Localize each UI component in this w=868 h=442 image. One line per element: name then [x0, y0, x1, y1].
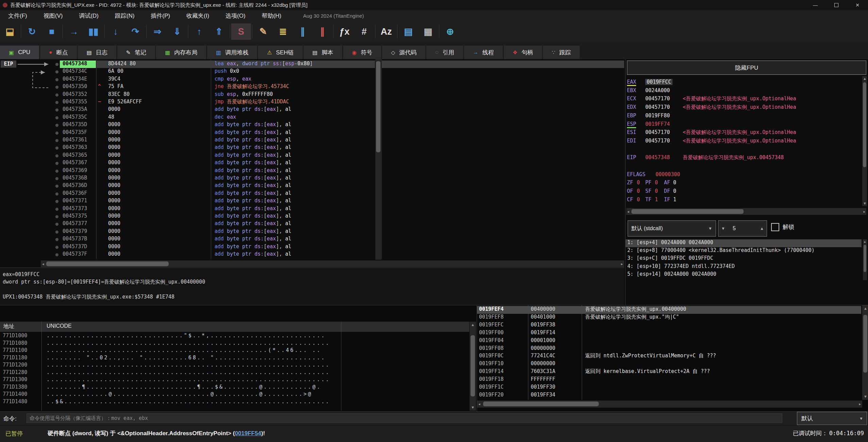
breakpoint-dot-icon[interactable] [55, 238, 58, 241]
breakpoint-dot-icon[interactable] [55, 185, 58, 188]
scroll-up-icon[interactable]: ▲ [863, 240, 866, 244]
dump-row[interactable]: 771D1480..$&............................… [0, 398, 469, 406]
toolbar-scylla-icon[interactable]: S [231, 23, 251, 40]
arg-count-stepper[interactable]: ▼ 5 ▲ [718, 220, 767, 237]
stack-row[interactable]: 0019FF147603C31A返回到 kernelbase.VirtualPr… [477, 368, 861, 376]
disasm-row[interactable]: 0045735A0000add byte ptr ds:[eax], al [0, 106, 624, 114]
register-row[interactable]: EDI00457170<吾爱破解论坛学习脱壳实例_upx.OptionalHea [626, 138, 862, 146]
args-vscrollbar[interactable]: ▲ [863, 239, 867, 280]
stack-row[interactable]: 0019FF18FFFFFFFF [477, 376, 861, 384]
breakpoint-dot-icon[interactable] [55, 124, 58, 127]
tab-call-stack[interactable]: ▥调用堆栈 [207, 46, 257, 59]
menu-item-debug[interactable]: 调试(D) [71, 10, 107, 21]
stack-arg-row[interactable]: 3: [esp+C] 0019FFDC 0019FFDC [626, 255, 862, 263]
disasm-row[interactable]: 004573610000add byte ptr ds:[eax], al [0, 137, 624, 144]
disasm-row[interactable]: 0045735F0000add byte ptr ds:[eax], al [0, 129, 624, 137]
disasm-row[interactable]: 004573750000add byte ptr ds:[eax], al [0, 213, 624, 220]
toolbar-internet-icon[interactable]: ⊕ [440, 23, 460, 40]
toolbar-memory-map-icon[interactable]: ▦ [418, 23, 438, 40]
toolbar-step-over-icon[interactable]: ↷ [125, 23, 145, 40]
scrollbar-thumb[interactable] [863, 82, 866, 167]
breakpoint-dot-icon[interactable] [55, 231, 58, 234]
stack-row[interactable]: 0019FF0800000000 [477, 345, 861, 353]
scrollbar-thumb[interactable] [631, 209, 744, 214]
disasm-row[interactable]: 0045737B0000add byte ptr ds:[eax], al [0, 236, 624, 243]
command-profile-select[interactable]: 默认 ▼ [797, 412, 867, 425]
stack-row[interactable]: 0019FF0C77241C4C返回到 ntdll.ZwProtectVirtu… [477, 353, 861, 360]
hide-fpu-button[interactable]: 隐藏FPU [627, 61, 866, 75]
register-row[interactable]: EBP0019FF80 [626, 113, 862, 121]
breakpoint-dot-icon[interactable] [55, 177, 58, 180]
breakpoint-dot-icon[interactable] [55, 246, 58, 249]
toolbar-trace-coverage-icon[interactable]: ∥ [312, 23, 332, 40]
toolbar-run-to-user-code-icon[interactable]: ⇑ [209, 23, 229, 40]
breakpoint-dot-icon[interactable] [55, 192, 58, 196]
disasm-row[interactable]: 0045735283EC 80sub esp, 0xFFFFFF80 [0, 91, 624, 99]
tab-breakpoints[interactable]: ●断点 [40, 46, 77, 59]
disasm-row[interactable]: 004573488D4424 80lea eax, dword ptr ss:[… [0, 61, 624, 68]
stack-row[interactable]: 0019FEF400400000吾爱破解论坛学习脱壳实例_upx.0040000… [477, 306, 861, 314]
breakpoint-dot-icon[interactable] [55, 78, 58, 81]
stack-arg-row[interactable]: 2: [esp+8] 77000400 <kernel32.BaseThread… [626, 247, 862, 255]
close-button[interactable]: ✕ [847, 0, 868, 10]
toolbar-functions-icon[interactable]: ƒx [335, 23, 354, 40]
tab-references[interactable]: ◌引用 [426, 46, 463, 59]
register-row[interactable]: EFLAGS00000300 [626, 171, 862, 180]
stack-row[interactable]: 0019FEF800401000吾爱破解论坛学习脱壳实例_upx."均|C" [477, 314, 861, 322]
scrollbar-thumb[interactable] [46, 261, 169, 266]
stack-vscrollbar[interactable]: ▲ ▼ [862, 305, 868, 400]
tab-cpu[interactable]: ▣CPU [0, 46, 39, 59]
scroll-right-icon[interactable]: ▸ [859, 402, 861, 406]
scroll-down-icon[interactable]: ▼ [471, 406, 475, 409]
tab-threads[interactable]: →线程 [464, 46, 503, 59]
disasm-row[interactable]: 0045737D0000add byte ptr ds:[eax], al [0, 243, 624, 251]
breakpoint-dot-icon[interactable] [55, 101, 58, 104]
scroll-left-icon[interactable]: ◂ [478, 402, 480, 406]
register-row[interactable]: ECX00457170<吾爱破解论坛学习脱壳实例_upx.OptionalHea [626, 96, 862, 104]
scroll-up-icon[interactable]: ▲ [863, 77, 867, 81]
toolbar-favourites-notes-icon[interactable]: ≣ [273, 23, 293, 40]
calling-convention-select[interactable]: 默认 (stdcall) ▼ [628, 220, 716, 237]
disasm-vscrollbar[interactable] [375, 59, 381, 260]
breakpoint-dot-icon[interactable] [55, 215, 58, 218]
tab-handles[interactable]: ❖句柄 [504, 46, 542, 59]
breakpoint-dot-icon[interactable] [55, 86, 58, 89]
stack-row[interactable]: 0019FEFC0019FF38 [477, 322, 861, 329]
scrollbar-thumb[interactable] [376, 61, 380, 152]
menu-item-options[interactable]: 选项(O) [217, 10, 254, 21]
status-address-link[interactable]: 0019FF54 [235, 430, 261, 437]
menu-item-plugins[interactable]: 插件(P) [143, 10, 178, 21]
disasm-row[interactable]: 00457350^75 FAjne 吾爱破解论坛学习.45734C [0, 83, 624, 91]
breakpoint-dot-icon[interactable] [55, 147, 58, 150]
disasm-row[interactable]: 00457355−E9 526AFCFFjmp 吾爱破解论坛学习.41DDAC [0, 99, 624, 106]
toolbar-stop-icon[interactable]: ■ [42, 23, 62, 40]
disasm-row[interactable]: 004573790000add byte ptr ds:[eax], al [0, 228, 624, 236]
dump-row[interactable]: 771D1080................................… [0, 340, 469, 347]
tab-trace[interactable]: ∵跟踪 [543, 46, 580, 59]
disasm-row[interactable]: 0045735D0000add byte ptr ds:[eax], al [0, 121, 624, 129]
disasm-row[interactable]: 004573770000add byte ptr ds:[eax], al [0, 220, 624, 228]
toolbar-open-file-icon[interactable]: ⬓ [0, 23, 20, 40]
register-row[interactable]: EBX0024A000 [626, 87, 862, 96]
breakpoint-dot-icon[interactable] [55, 139, 58, 142]
dump-row[interactable]: 771D1380........¶.......................… [0, 384, 469, 391]
dump-row[interactable]: 771D1400..............@.................… [0, 391, 469, 398]
dump-vscrollbar[interactable]: ▲ ▼ [470, 322, 476, 411]
flags-row[interactable]: CF0TF1IF1 [626, 197, 862, 205]
toolbar-pause-icon[interactable]: ▮▮ [84, 23, 103, 40]
breakpoint-dot-icon[interactable] [55, 170, 58, 173]
breakpoint-dot-icon[interactable] [55, 70, 58, 73]
scroll-down-icon[interactable]: ▼ [863, 202, 867, 205]
stack-arg-row[interactable]: 1: [esp+4] 0024A000 0024A000 [626, 239, 862, 247]
unlock-checkbox[interactable] [771, 223, 779, 231]
toolbar-assemble-icon[interactable]: Az [376, 23, 396, 40]
tab-source[interactable]: ◇源代码 [382, 46, 425, 59]
stack-row[interactable]: 0019FF1C0019FF30 [477, 384, 861, 392]
stack-row[interactable]: 0019FF000019FF14 [477, 329, 861, 337]
disasm-row[interactable]: 004573630000add byte ptr ds:[eax], al [0, 144, 624, 152]
scroll-down-icon[interactable]: ▼ [864, 395, 867, 398]
disasm-row[interactable]: 004573710000add byte ptr ds:[eax], al [0, 198, 624, 205]
toolbar-snowman-icon[interactable]: # [354, 23, 374, 40]
toolbar-trace-into-icon[interactable]: ⇒ [148, 23, 167, 40]
toolbar-run-icon[interactable]: → [64, 23, 84, 40]
